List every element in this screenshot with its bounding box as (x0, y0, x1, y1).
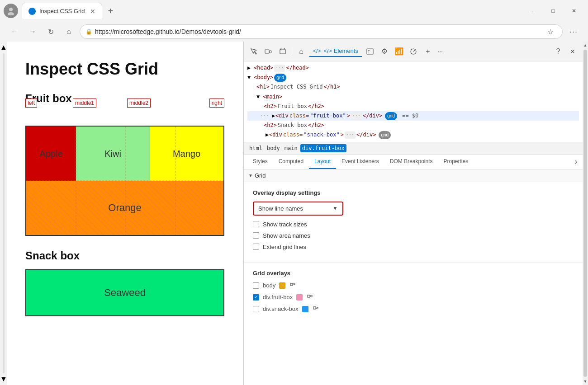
network-icon[interactable]: 📶 (393, 45, 405, 58)
home-icon: ⌂ (66, 28, 71, 36)
label-middle2: middle2 (127, 99, 151, 108)
home-devtools-icon[interactable]: ⌂ (295, 45, 308, 58)
breadcrumb-body[interactable]: body (265, 144, 282, 152)
tab-event-listeners[interactable]: Event Listeners (336, 155, 384, 169)
new-tab-button[interactable]: + (104, 4, 117, 18)
snack-grid: Seaweed (25, 269, 224, 316)
svg-rect-8 (280, 50, 285, 54)
svg-line-15 (413, 50, 415, 52)
tab-dom-breakpoints[interactable]: DOM Breakpoints (384, 155, 438, 169)
refresh-button[interactable]: ↻ (43, 24, 58, 39)
tab-favicon (28, 8, 36, 15)
svg-rect-17 (308, 295, 310, 297)
minimize-button[interactable]: ─ (522, 4, 543, 18)
refresh-icon: ↻ (48, 28, 54, 36)
dropdown-row: Show line names ▼ (253, 202, 574, 216)
overlay-fruit-box-name: div.fruit-box (263, 294, 293, 300)
devtools-scrollbar[interactable]: ▲ ▼ (583, 42, 588, 385)
overlay-fruit-box-checkbox[interactable]: ✓ (253, 294, 259, 300)
svg-rect-6 (265, 50, 269, 53)
apple-cell: Apple (26, 127, 76, 181)
dom-main-line[interactable]: ▼ <main> (247, 92, 579, 102)
overlay-fruit-box-link-icon[interactable] (306, 294, 313, 301)
dom-h1-line[interactable]: <h1> Inspect CSS Grid </h1> (247, 82, 579, 92)
devtools-scroll-down[interactable]: ▼ (582, 378, 588, 385)
elements-tab[interactable]: </> </> Elements (309, 46, 362, 57)
devtools-scroll-up[interactable]: ▲ (582, 42, 588, 49)
show-area-names-label: Show area names (263, 232, 310, 239)
tabs-more-button[interactable]: › (573, 156, 579, 168)
help-icon[interactable]: ? (552, 45, 564, 58)
tab-computed[interactable]: Computed (273, 155, 309, 169)
overlay-body-color (279, 282, 285, 289)
tab-close-button[interactable]: ✕ (90, 8, 95, 15)
dom-body-line[interactable]: ▼ <body> grid (247, 73, 579, 82)
dom-h2-fruit-line[interactable]: <h2> Fruit box </h2> (247, 102, 579, 111)
tab-properties[interactable]: Properties (438, 155, 474, 169)
overlay-settings-label: Overlay display settings (253, 189, 574, 196)
fruit-section-title: Fruit box (25, 92, 225, 105)
show-line-names-dropdown[interactable]: Show line names ▼ (253, 202, 343, 216)
left-scroll[interactable]: ▲ ▼ (0, 42, 7, 385)
tab-styles[interactable]: Styles (247, 155, 273, 169)
devtools-panel: ⌂ </> </> Elements ⚙ 📶 + ··· ? ✕ ▶ <head… (243, 42, 583, 385)
breadcrumb-div-fruit-box[interactable]: div.fruit-box (300, 144, 346, 152)
browser-page: Inspect CSS Grid Fruit box left middle1 … (7, 42, 243, 385)
panel-tabs: Styles Computed Layout Event Listeners D… (244, 155, 583, 169)
dom-h2-snack-line[interactable]: <h2> Snack box </h2> (247, 121, 579, 130)
more-tools-button[interactable]: ··· (438, 48, 443, 55)
breadcrumb: html body main div.fruit-box (244, 142, 583, 155)
overlay-body-link-icon[interactable] (289, 282, 296, 289)
forward-button[interactable]: → (25, 24, 40, 39)
overlay-snack-box-name: div.snack-box (263, 305, 299, 312)
dom-head-line[interactable]: ▶ <head> ··· </head> (247, 63, 579, 73)
label-right: right (209, 99, 224, 108)
device-mode-icon[interactable] (262, 45, 275, 58)
tab-layout[interactable]: Layout (309, 155, 336, 169)
console-icon[interactable] (364, 45, 376, 58)
snack-section-title: Snack box (25, 249, 225, 262)
tab-bar: Inspect CSS Grid ✕ + (22, 3, 522, 19)
overlay-snack-box-link-icon[interactable] (312, 305, 319, 313)
overlay-body-checkbox[interactable] (253, 282, 259, 289)
address-bar[interactable]: 🔒 https://microsoftedge.github.io/Demos/… (80, 24, 563, 39)
home-button[interactable]: ⌂ (62, 24, 76, 39)
close-button[interactable]: ✕ (564, 4, 584, 18)
overlay-fruit-box-row: ✓ div.fruit-box (253, 294, 574, 301)
more-options-button[interactable]: ··· (566, 24, 581, 39)
screenshot-icon[interactable] (276, 45, 289, 58)
dom-div-fruit-line[interactable]: ··· ▶ <div class= "fruit-box" > ··· </di… (247, 111, 579, 121)
breadcrumb-html[interactable]: html (247, 144, 264, 152)
show-track-sizes-row[interactable]: Show track sizes (253, 221, 574, 228)
extend-grid-lines-checkbox[interactable] (253, 244, 259, 250)
back-button[interactable]: ← (7, 24, 22, 39)
scroll-down-arrow[interactable]: ▼ (0, 375, 7, 383)
breadcrumb-main[interactable]: main (283, 144, 299, 152)
inspect-element-icon[interactable] (247, 45, 260, 58)
overlay-body-name: body (263, 282, 275, 289)
browser-tab[interactable]: Inspect CSS Grid ✕ (22, 3, 102, 19)
show-track-sizes-checkbox[interactable] (253, 221, 259, 227)
kiwi-cell: Kiwi (76, 127, 150, 181)
devtools-close-button[interactable]: ✕ (566, 45, 579, 58)
overlay-snack-box-checkbox[interactable] (253, 306, 259, 312)
svg-rect-16 (290, 283, 293, 286)
plus-icon[interactable]: + (422, 45, 434, 58)
grid-section-header[interactable]: ▼ Grid (244, 169, 583, 182)
maximize-button[interactable]: □ (543, 4, 564, 18)
dom-div-snack-line[interactable]: ▶ <div class= "snack-box" > ··· </div> g… (247, 130, 579, 140)
show-area-names-row[interactable]: Show area names (253, 232, 574, 239)
sources-icon[interactable]: ⚙ (378, 45, 391, 58)
performance-icon[interactable] (407, 45, 420, 58)
grid-overlays-label: Grid overlays (253, 270, 574, 277)
tab-title: Inspect CSS Grid (39, 8, 85, 14)
avatar (4, 4, 18, 18)
devtools-scroll-thumb[interactable] (583, 50, 587, 377)
show-area-names-checkbox[interactable] (253, 232, 259, 239)
svg-point-1 (8, 12, 14, 15)
show-track-sizes-label: Show track sizes (263, 221, 307, 228)
scroll-up-arrow[interactable]: ▲ (0, 43, 7, 52)
extend-grid-lines-row[interactable]: Extend grid lines (253, 244, 574, 250)
forward-icon: → (29, 28, 36, 36)
overlay-fruit-box-color (296, 294, 303, 300)
